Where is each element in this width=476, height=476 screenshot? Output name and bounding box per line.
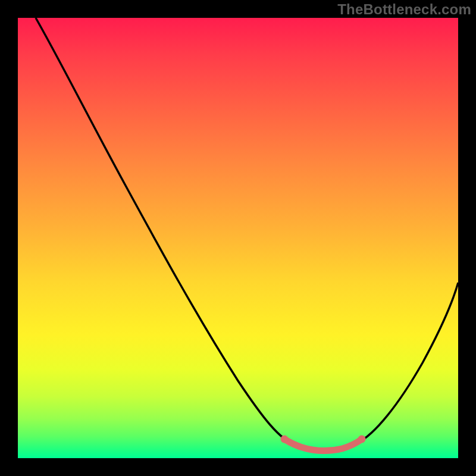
curve-svg xyxy=(18,18,458,458)
watermark-text: TheBottleneck.com xyxy=(337,1,471,18)
bottleneck-curve xyxy=(36,18,458,450)
plot-area xyxy=(18,18,458,458)
chart-frame: TheBottleneck.com xyxy=(0,0,476,476)
optimal-range-end-dot xyxy=(358,436,366,443)
optimal-range-marker xyxy=(284,439,362,451)
optimal-range-start-dot xyxy=(281,436,289,443)
